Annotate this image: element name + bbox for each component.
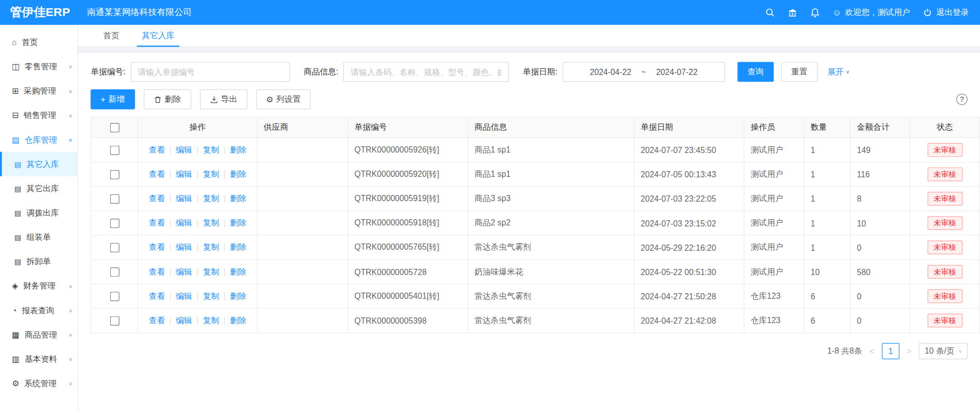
pagination: 1-8 共8条 < 1 > 10 条/页 ∨ (91, 343, 968, 359)
prev-page-icon[interactable]: < (868, 346, 876, 356)
status-badge: 未审核 (927, 289, 962, 303)
table-header-row: 操作 供应商 单据编号 商品信息 单据日期 操作员 数量 金额合计 状态 (91, 117, 980, 138)
product-info-input[interactable] (343, 62, 509, 82)
row-action-view[interactable]: 查看 (149, 194, 165, 203)
table-row: 查看|编辑|复制|删除QTRK00000005728奶油味爆米花2024-05-… (91, 260, 980, 284)
row-action-edit[interactable]: 编辑 (176, 170, 192, 179)
row-action-delete[interactable]: 删除 (230, 145, 246, 154)
help-icon[interactable]: ? (956, 94, 968, 105)
sidebar-subitem-other-out[interactable]: ▤其它出库 (0, 176, 78, 201)
sidebar-item-label: 商品管理 (24, 329, 57, 340)
sidebar-item-home[interactable]: ⌂首页 (0, 30, 78, 54)
page-number-1[interactable]: 1 (882, 343, 899, 359)
row-action-copy[interactable]: 复制 (203, 267, 219, 276)
sidebar-subitem-disassembly[interactable]: ▤拆卸单 (0, 249, 78, 273)
cell-amount: 0 (850, 235, 910, 260)
sidebar-subitem-other-in[interactable]: ▤其它入库 (0, 152, 78, 176)
row-checkbox[interactable] (110, 194, 119, 204)
col-date: 单据日期 (634, 117, 744, 138)
bank-icon[interactable] (787, 8, 797, 18)
bell-icon[interactable] (810, 8, 820, 18)
logout-button[interactable]: 退出登录 (923, 7, 969, 18)
row-action-view[interactable]: 查看 (149, 145, 165, 154)
sidebar-item-purchase[interactable]: ⊞采购管理∨ (0, 79, 78, 103)
row-checkbox[interactable] (110, 219, 119, 228)
row-checkbox[interactable] (110, 316, 119, 326)
tab-home[interactable]: 首页 (92, 25, 131, 46)
power-icon (923, 8, 932, 18)
sidebar-item-sales[interactable]: ⊟销售管理∨ (0, 103, 78, 127)
tab-other-inbound[interactable]: 其它入库 (131, 25, 186, 46)
action-separator: | (197, 242, 199, 252)
date-range-picker[interactable]: 2024-04-22 ~ 2024-07-22 (563, 62, 725, 82)
cell-supplier (257, 284, 348, 308)
row-action-edit[interactable]: 编辑 (176, 194, 192, 203)
row-action-delete[interactable]: 删除 (230, 194, 246, 203)
expand-link[interactable]: 展开 ∨ (827, 66, 850, 78)
sales-icon: ⊟ (12, 111, 19, 120)
chevron-up-icon: ∧ (68, 137, 72, 142)
row-action-copy[interactable]: 复制 (203, 315, 219, 325)
delete-button[interactable]: 删除 (143, 89, 191, 110)
row-action-view[interactable]: 查看 (149, 267, 165, 276)
row-action-delete[interactable]: 删除 (230, 218, 246, 227)
row-action-edit[interactable]: 编辑 (176, 218, 192, 227)
order-no-input[interactable] (130, 62, 290, 82)
row-action-copy[interactable]: 复制 (203, 170, 219, 179)
row-action-view[interactable]: 查看 (149, 242, 165, 252)
sidebar-item-retail[interactable]: ◫零售管理∨ (0, 54, 78, 79)
sidebar-item-report[interactable]: ◔报表查询∨ (0, 298, 78, 323)
row-action-view[interactable]: 查看 (149, 218, 165, 227)
sidebar-item-warehouse[interactable]: ▤仓库管理∧ (0, 128, 78, 152)
col-operator: 操作员 (744, 117, 804, 138)
cell-order-no: QTRK00000005919[转] (348, 187, 468, 211)
expand-label: 展开 (827, 66, 843, 78)
add-button[interactable]: + 新增 (91, 89, 134, 110)
row-checkbox[interactable] (110, 292, 119, 301)
document-icon: ▤ (14, 160, 22, 169)
row-action-edit[interactable]: 编辑 (176, 315, 192, 325)
row-action-view[interactable]: 查看 (149, 315, 165, 325)
export-button[interactable]: 导出 (200, 89, 247, 110)
cell-product: 雷达杀虫气雾剂 (468, 308, 634, 332)
cell-order-no: QTRK00000005401[转] (348, 284, 468, 308)
row-action-copy[interactable]: 复制 (203, 242, 219, 252)
cell-product: 商品1 sp1 (468, 162, 634, 187)
row-checkbox[interactable] (110, 267, 119, 277)
row-action-edit[interactable]: 编辑 (176, 145, 192, 154)
column-settings-button[interactable]: ⚙ 列设置 (256, 89, 311, 110)
row-action-copy[interactable]: 复制 (203, 291, 219, 300)
row-action-delete[interactable]: 删除 (230, 291, 246, 300)
row-action-view[interactable]: 查看 (149, 291, 165, 300)
row-action-view[interactable]: 查看 (149, 170, 165, 179)
cell-operator: 测试用户 (744, 235, 804, 260)
row-action-delete[interactable]: 删除 (230, 267, 246, 276)
row-action-copy[interactable]: 复制 (203, 194, 219, 203)
search-icon[interactable] (765, 8, 775, 18)
sidebar-subitem-transfer-out[interactable]: ▤调拨出库 (0, 201, 78, 225)
search-button[interactable]: 查询 (737, 62, 774, 82)
row-action-edit[interactable]: 编辑 (176, 291, 192, 300)
sidebar-item-goods[interactable]: ▦商品管理∨ (0, 323, 78, 347)
welcome-user[interactable]: ☺ 欢迎您，测试用户 (832, 7, 910, 18)
row-action-delete[interactable]: 删除 (230, 170, 246, 179)
sidebar-item-finance[interactable]: ◈财务管理∨ (0, 273, 78, 298)
reset-button[interactable]: 重置 (781, 62, 818, 82)
row-action-copy[interactable]: 复制 (203, 218, 219, 227)
row-action-delete[interactable]: 删除 (230, 242, 246, 252)
row-action-delete[interactable]: 删除 (230, 315, 246, 325)
cell-amount: 10 (850, 211, 910, 235)
row-checkbox[interactable] (110, 170, 119, 179)
row-action-copy[interactable]: 复制 (203, 145, 219, 154)
sidebar-item-system[interactable]: ⚙系统管理∨ (0, 371, 78, 395)
sidebar-subitem-assembly[interactable]: ▤组装单 (0, 225, 78, 249)
row-checkbox[interactable] (110, 243, 119, 252)
page-size-select[interactable]: 10 条/页 ∨ (919, 343, 968, 359)
row-action-edit[interactable]: 编辑 (176, 242, 192, 252)
row-checkbox[interactable] (110, 146, 119, 155)
action-separator: | (223, 242, 225, 252)
select-all-checkbox[interactable] (110, 123, 119, 132)
next-page-icon[interactable]: > (906, 346, 913, 356)
sidebar-item-basicdata[interactable]: ▥基本资料∨ (0, 347, 78, 371)
row-action-edit[interactable]: 编辑 (176, 267, 192, 276)
